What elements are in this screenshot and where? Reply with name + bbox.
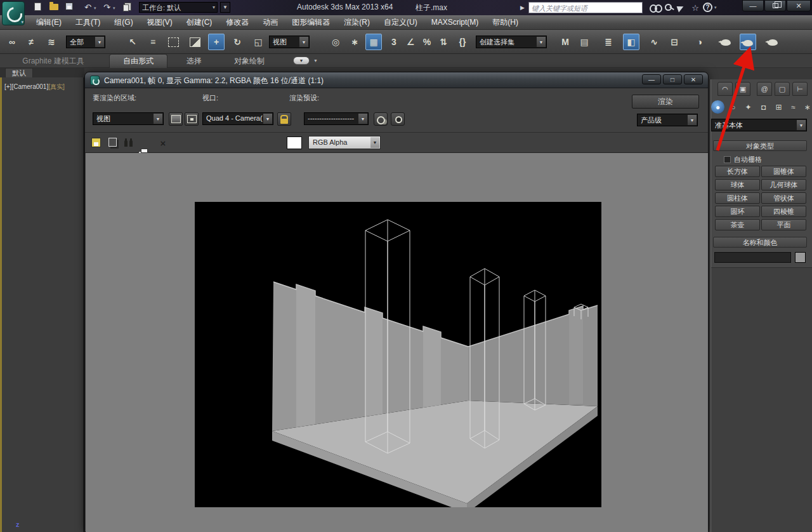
menu-item[interactable]: 创建(C): [180, 15, 219, 30]
tab-motion[interactable]: @: [757, 82, 772, 96]
menu-item[interactable]: 组(G): [107, 15, 140, 30]
select-and-link-icon[interactable]: ∞: [4, 34, 20, 50]
rfw-title-bar[interactable]: Camera001, 帧 0, 显示 Gamma: 2.2, RGBA 颜色 1…: [85, 72, 708, 88]
tab-freeform[interactable]: 自由形式: [109, 54, 167, 68]
select-and-rotate-icon[interactable]: ↻: [229, 34, 246, 50]
angle-snap-icon[interactable]: ∠: [402, 34, 419, 50]
clear-image-icon[interactable]: ×: [156, 136, 170, 150]
copy-image-icon[interactable]: [107, 136, 121, 150]
render-setup-icon[interactable]: [718, 34, 735, 50]
menu-item[interactable]: 图形编辑器: [285, 15, 337, 30]
viewport-menu-poi[interactable]: [+]: [4, 83, 11, 90]
name-color-rollout[interactable]: 名称和颜色: [713, 237, 807, 248]
spinner-snap-icon[interactable]: ⇅: [435, 34, 452, 50]
undo-icon[interactable]: ↶: [82, 3, 93, 12]
menu-item[interactable]: 动画: [256, 15, 285, 30]
project-toolbar-icon[interactable]: [124, 3, 131, 11]
workspace-dropdown[interactable]: 工作台: 默认: [139, 2, 218, 13]
category-systems[interactable]: ∗: [801, 100, 812, 114]
undo-caret[interactable]: ▾: [94, 6, 96, 11]
object-type-button[interactable]: 平面: [761, 219, 806, 230]
redo-icon[interactable]: ↷: [102, 3, 112, 12]
menu-item[interactable]: 修改器: [219, 15, 256, 30]
layer-manager-icon[interactable]: ≣: [600, 34, 617, 50]
menu-item[interactable]: 工具(T): [69, 15, 107, 30]
new-file-icon[interactable]: [34, 3, 41, 11]
viewport-menu-shading[interactable]: [真实]: [48, 83, 65, 90]
select-and-move-icon[interactable]: +: [208, 34, 225, 50]
menu-item[interactable]: 编辑(E): [29, 15, 69, 30]
rfw-maximize-button[interactable]: □: [663, 74, 682, 84]
object-type-button[interactable]: 长方体: [715, 166, 760, 177]
bind-to-space-warp-icon[interactable]: ≋: [43, 34, 60, 50]
primitive-category-dropdown[interactable]: 准基本体: [711, 119, 807, 131]
tab-display[interactable]: ▢: [775, 82, 790, 96]
snapshot-button[interactable]: [374, 112, 388, 126]
menu-item[interactable]: 自定义(U): [377, 15, 424, 30]
selection-region-icon[interactable]: [165, 34, 181, 50]
search-input[interactable]: 键入关键字或短语: [528, 2, 643, 13]
help-caret[interactable]: ▾: [714, 5, 717, 10]
curve-editor-icon[interactable]: ∿: [646, 34, 662, 50]
object-name-input[interactable]: [714, 252, 791, 263]
window-crossing-icon[interactable]: [187, 34, 203, 50]
search-expand-icon[interactable]: ▶: [520, 4, 525, 11]
tab-selection[interactable]: 选择: [175, 54, 213, 68]
mirror-icon[interactable]: M: [557, 34, 573, 50]
percent-snap-icon[interactable]: %: [419, 34, 435, 50]
tab-object-paint[interactable]: 对象绘制: [223, 54, 275, 68]
select-and-scale-icon[interactable]: ◱: [250, 34, 266, 50]
viewport-lock-button[interactable]: [277, 112, 291, 126]
reference-coordinate-dropdown[interactable]: 视图: [269, 36, 310, 48]
rfw-close-button[interactable]: ✕: [684, 74, 703, 84]
material-editor-icon[interactable]: ◑: [691, 34, 708, 50]
category-space-warps[interactable]: ≈: [787, 100, 800, 114]
viewport-label[interactable]: [+][Camera001][真实]: [4, 83, 65, 91]
ribbon-minimize-button[interactable]: ▼: [293, 57, 310, 65]
category-shapes[interactable]: ○: [726, 100, 740, 114]
edit-region-button[interactable]: [169, 112, 183, 126]
menu-item[interactable]: 渲染(R): [337, 15, 377, 30]
rfw-minimize-button[interactable]: —: [642, 74, 661, 84]
clone-rendered-frame-icon[interactable]: [122, 136, 136, 150]
object-type-button[interactable]: 四棱锥: [761, 206, 806, 217]
minimize-button[interactable]: —: [742, 0, 764, 11]
auto-region-button[interactable]: [185, 112, 199, 126]
selection-set-dropdown[interactable]: 创建选择集: [476, 36, 547, 48]
category-helpers[interactable]: ⊞: [772, 100, 785, 114]
workspace-dropdown-caret[interactable]: ▼: [220, 2, 230, 13]
default-workspace-tab[interactable]: 默认: [5, 68, 33, 77]
close-button[interactable]: ✕: [787, 0, 811, 11]
tab-modify[interactable]: ◠: [717, 82, 733, 96]
favorites-star-icon[interactable]: ☆: [690, 3, 701, 13]
render-mode-dropdown[interactable]: 产品级: [637, 114, 698, 126]
category-geometry[interactable]: ●: [711, 100, 724, 114]
select-object-icon[interactable]: ↖: [124, 34, 141, 50]
align-icon[interactable]: ▤: [576, 34, 593, 50]
render-button[interactable]: 渲染: [632, 95, 699, 109]
category-cameras[interactable]: ◘: [757, 100, 770, 114]
object-type-rollout[interactable]: 对象类型: [713, 140, 807, 151]
render-preset-dropdown[interactable]: --------------------: [304, 112, 369, 125]
redo-caret[interactable]: ▾: [113, 6, 115, 11]
application-menu-button[interactable]: [2, 1, 25, 25]
save-file-icon[interactable]: [65, 3, 73, 10]
background-color-swatch[interactable]: [287, 136, 302, 149]
object-type-button[interactable]: 圆环: [715, 206, 760, 217]
search-icon[interactable]: [650, 3, 661, 13]
help-icon[interactable]: ?: [703, 3, 712, 12]
tab-utilities[interactable]: ⊢: [792, 82, 808, 96]
render-production-icon[interactable]: [765, 34, 782, 50]
object-type-button[interactable]: 几何球体: [761, 179, 806, 190]
tab-hierarchy[interactable]: ▣: [735, 82, 750, 96]
snaps-toggle-icon[interactable]: 3: [386, 34, 402, 50]
object-type-button[interactable]: 管状体: [761, 192, 806, 204]
use-pivot-point-center-icon[interactable]: ◎: [327, 34, 344, 50]
camera-viewport[interactable]: [+][Camera001][真实] z: [0, 77, 84, 532]
render-options-button[interactable]: [391, 112, 405, 126]
communication-center-icon[interactable]: [676, 3, 688, 13]
select-by-name-icon[interactable]: ≡: [145, 34, 161, 50]
restore-button[interactable]: [764, 0, 786, 11]
object-type-button[interactable]: 茶壶: [715, 219, 760, 230]
object-type-button[interactable]: 圆锥体: [761, 166, 806, 177]
